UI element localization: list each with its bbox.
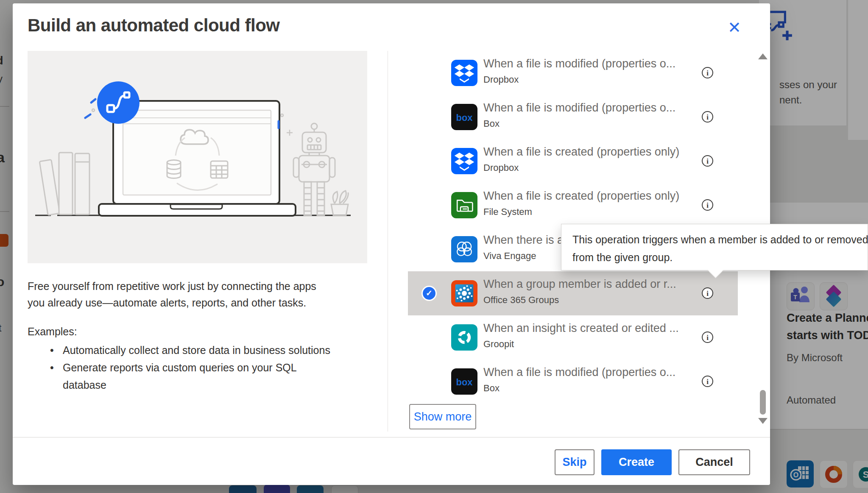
examples-heading: Examples: — [28, 326, 77, 338]
dropbox-icon — [451, 148, 477, 174]
create-button[interactable]: Create — [601, 449, 672, 475]
trigger-title: When there is a — [483, 234, 564, 247]
info-icon[interactable]: i — [702, 67, 713, 78]
trigger-row-box-modified-2[interactable]: box When a file is modified (properties … — [408, 359, 738, 404]
trigger-row-groopit[interactable]: When an insight is created or edited ...… — [408, 315, 738, 359]
trigger-connector: Box — [483, 383, 500, 394]
trigger-title: When a file is modified (properties o... — [483, 57, 675, 70]
dialog-description: Free yourself from repetitive work just … — [28, 278, 316, 311]
viva-engage-icon — [451, 236, 477, 262]
trigger-row-dropbox-created[interactable]: When a file is created (properties only)… — [408, 139, 738, 183]
trigger-title: When an insight is created or edited ... — [483, 322, 679, 335]
info-icon[interactable]: i — [702, 376, 713, 387]
svg-text:box: box — [456, 112, 473, 123]
cancel-button[interactable]: Cancel — [678, 449, 750, 475]
trigger-row-filesystem-created[interactable]: When a file is created (properties only)… — [408, 183, 738, 227]
footer-divider — [13, 437, 770, 437]
trigger-title: When a file is modified (properties o... — [483, 101, 675, 114]
trigger-row-box-modified[interactable]: box When a file is modified (properties … — [408, 95, 738, 139]
info-icon[interactable]: i — [702, 155, 713, 167]
trigger-connector: File System — [483, 206, 532, 217]
info-icon[interactable]: i — [702, 331, 713, 343]
close-icon[interactable]: ✕ — [722, 14, 747, 40]
pane-divider — [388, 51, 388, 432]
box-icon: box — [451, 104, 477, 130]
scrollbar-thumb[interactable] — [760, 390, 766, 415]
dialog-title: Build an automated cloud flow — [28, 15, 280, 36]
trigger-connector: Dropbox — [483, 74, 519, 85]
trigger-title: When a file is modified (properties o... — [483, 366, 675, 379]
trigger-title: When a group member is added or r... — [483, 278, 676, 291]
office365-groups-icon — [451, 280, 477, 306]
trigger-title: When a file is created (properties only) — [483, 189, 679, 203]
info-icon[interactable]: i — [702, 287, 713, 299]
example-item: Generate reports via custom queries on y… — [63, 359, 330, 394]
scroll-down-icon[interactable] — [758, 418, 768, 424]
trigger-connector: Office 365 Groups — [483, 295, 559, 306]
scroll-up-icon[interactable] — [758, 53, 768, 59]
info-icon[interactable]: i — [702, 199, 713, 211]
file-system-icon — [451, 192, 477, 218]
trigger-connector: Groopit — [483, 339, 514, 350]
examples-list: Automatically collect and store data in … — [63, 342, 330, 394]
trigger-row-dropbox-modified[interactable]: When a file is modified (properties o...… — [408, 51, 738, 95]
info-icon[interactable]: i — [702, 111, 713, 123]
trigger-connector: Dropbox — [483, 162, 519, 173]
show-more-button[interactable]: Show more — [409, 404, 476, 429]
box-icon: box — [451, 368, 477, 395]
screen: ed y a o ft sses on your nent. — [0, 0, 868, 493]
laptop-robot-illustration — [28, 51, 367, 263]
svg-text:box: box — [456, 377, 473, 387]
trigger-row-office365-groups[interactable]: ✓ — [408, 271, 738, 315]
cloud-flow-illustration — [28, 51, 367, 263]
selected-check-icon: ✓ — [421, 286, 437, 301]
trigger-title: When a file is created (properties only) — [483, 145, 679, 159]
skip-button[interactable]: Skip — [555, 449, 594, 475]
trigger-connector: Viva Engage — [483, 251, 536, 262]
trigger-connector: Box — [483, 118, 500, 129]
example-item: Automatically collect and store data in … — [63, 342, 330, 359]
groopit-icon — [451, 324, 477, 351]
dropbox-icon — [451, 60, 477, 86]
